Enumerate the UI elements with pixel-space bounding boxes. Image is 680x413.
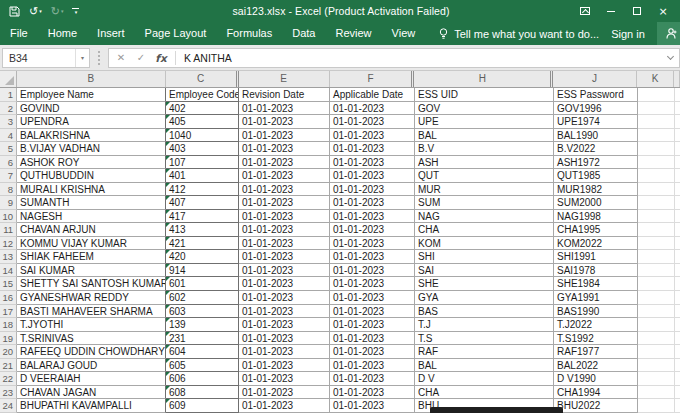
column-header-H[interactable]: H <box>414 71 553 87</box>
cell-C19[interactable]: 231 <box>166 332 239 346</box>
cell-J7[interactable]: QUT1985 <box>554 169 638 183</box>
cell-B16[interactable]: GYANESHWAR REDDY <box>17 291 166 305</box>
minimize-icon[interactable] <box>598 0 624 22</box>
row-header-11[interactable]: 11 <box>0 223 17 237</box>
cell-E20[interactable]: 01-01-2023 <box>239 345 330 359</box>
cell-F8[interactable]: 01-01-2023 <box>330 183 415 197</box>
cell-F13[interactable]: 01-01-2023 <box>330 250 415 264</box>
sign-in-button[interactable]: Sign in <box>599 28 657 40</box>
cell-J6[interactable]: ASH1972 <box>554 156 638 170</box>
cell-C10[interactable]: 417 <box>166 210 239 224</box>
cell-L16[interactable] <box>675 291 680 305</box>
row-header-17[interactable]: 17 <box>0 305 17 319</box>
cell-L5[interactable] <box>675 142 680 156</box>
cell-F21[interactable]: 01-01-2023 <box>330 359 415 373</box>
row-header-2[interactable]: 2 <box>0 102 17 116</box>
tab-data[interactable]: Data <box>282 22 325 45</box>
cell-C22[interactable]: 606 <box>166 372 239 386</box>
column-header-K[interactable]: K <box>637 71 674 87</box>
cell-K1[interactable] <box>638 88 675 102</box>
row-header-22[interactable]: 22 <box>0 372 17 386</box>
restore-icon[interactable] <box>624 0 650 22</box>
tab-file[interactable]: File <box>0 22 38 45</box>
cell-E2[interactable]: 01-01-2023 <box>239 102 330 116</box>
cell-E4[interactable]: 01-01-2023 <box>239 129 330 143</box>
cell-J22[interactable]: D V1990 <box>554 372 638 386</box>
cell-J8[interactable]: MUR1982 <box>554 183 638 197</box>
cell-H12[interactable]: KOM <box>415 237 554 251</box>
row-header-1[interactable]: 1 <box>0 88 17 102</box>
cell-K6[interactable] <box>638 156 675 170</box>
cell-J19[interactable]: T.S1992 <box>554 332 638 346</box>
cell-L20[interactable] <box>675 345 680 359</box>
cell-B14[interactable]: SAI KUMAR <box>17 264 166 278</box>
row-header-6[interactable]: 6 <box>0 156 17 170</box>
cell-E8[interactable]: 01-01-2023 <box>239 183 330 197</box>
customize-qat-icon[interactable]: ▾ <box>72 8 79 15</box>
cell-H2[interactable]: GOV <box>415 102 554 116</box>
cell-K24[interactable] <box>638 399 675 413</box>
name-box[interactable]: B34 ▾ <box>2 48 90 68</box>
cell-H17[interactable]: BAS <box>415 305 554 319</box>
close-icon[interactable]: × <box>650 0 676 22</box>
row-header-7[interactable]: 7 <box>0 169 17 183</box>
cell-B17[interactable]: BASTI MAHAVEER SHARMA <box>17 305 166 319</box>
cell-H9[interactable]: SUM <box>415 196 554 210</box>
cell-H5[interactable]: B.V <box>415 142 554 156</box>
row-header-9[interactable]: 9 <box>0 196 17 210</box>
row-header-15[interactable]: 15 <box>0 277 17 291</box>
tab-page-layout[interactable]: Page Layout <box>135 22 217 45</box>
cell-B7[interactable]: QUTHUBUDDIN <box>17 169 166 183</box>
cell-B1[interactable]: Employee Name <box>17 88 166 102</box>
row-header-4[interactable]: 4 <box>0 129 17 143</box>
cell-K23[interactable] <box>638 386 675 400</box>
column-header-E[interactable]: E <box>239 71 330 87</box>
cell-F14[interactable]: 01-01-2023 <box>330 264 415 278</box>
cell-H20[interactable]: RAF <box>415 345 554 359</box>
cell-L11[interactable] <box>675 223 680 237</box>
redo-dropdown-icon[interactable]: ▾ <box>61 9 64 14</box>
cell-E14[interactable]: 01-01-2023 <box>239 264 330 278</box>
cell-F2[interactable]: 01-01-2023 <box>330 102 415 116</box>
cell-H18[interactable]: T.J <box>415 318 554 332</box>
cell-B15[interactable]: SHETTY SAI SANTOSH KUMAR <box>17 277 166 291</box>
cell-B3[interactable]: UPENDRA <box>17 115 166 129</box>
cell-K17[interactable] <box>638 305 675 319</box>
cell-F22[interactable]: 01-01-2023 <box>330 372 415 386</box>
cell-C13[interactable]: 420 <box>166 250 239 264</box>
cell-K13[interactable] <box>638 250 675 264</box>
ribbon-display-options-icon[interactable] <box>572 0 598 22</box>
cell-J21[interactable]: BAL2022 <box>554 359 638 373</box>
cell-K5[interactable] <box>638 142 675 156</box>
cancel-icon[interactable]: ✕ <box>111 52 131 63</box>
cell-C11[interactable]: 413 <box>166 223 239 237</box>
cell-C8[interactable]: 412 <box>166 183 239 197</box>
row-header-20[interactable]: 20 <box>0 345 17 359</box>
cell-F11[interactable]: 01-01-2023 <box>330 223 415 237</box>
cell-L9[interactable] <box>675 196 680 210</box>
cell-K2[interactable] <box>638 102 675 116</box>
cell-J5[interactable]: B.V2022 <box>554 142 638 156</box>
row-header-14[interactable]: 14 <box>0 264 17 278</box>
cell-J2[interactable]: GOV1996 <box>554 102 638 116</box>
cell-C21[interactable]: 605 <box>166 359 239 373</box>
column-header-B[interactable]: B <box>17 71 166 87</box>
cell-C6[interactable]: 107 <box>166 156 239 170</box>
cell-J9[interactable]: SUM2000 <box>554 196 638 210</box>
cell-F16[interactable]: 01-01-2023 <box>330 291 415 305</box>
cell-F10[interactable]: 01-01-2023 <box>330 210 415 224</box>
cell-B2[interactable]: GOVIND <box>17 102 166 116</box>
cell-L8[interactable] <box>675 183 680 197</box>
cell-L17[interactable] <box>675 305 680 319</box>
cell-L12[interactable] <box>675 237 680 251</box>
cell-H6[interactable]: ASH <box>415 156 554 170</box>
cell-H21[interactable]: BAL <box>415 359 554 373</box>
cell-J17[interactable]: BAS1990 <box>554 305 638 319</box>
cell-C14[interactable]: 914 <box>166 264 239 278</box>
cell-B19[interactable]: T.SRINIVAS <box>17 332 166 346</box>
cell-K22[interactable] <box>638 372 675 386</box>
cell-F7[interactable]: 01-01-2023 <box>330 169 415 183</box>
cell-J4[interactable]: BAL1990 <box>554 129 638 143</box>
tab-home[interactable]: Home <box>38 22 87 45</box>
cell-J15[interactable]: SHE1984 <box>554 277 638 291</box>
